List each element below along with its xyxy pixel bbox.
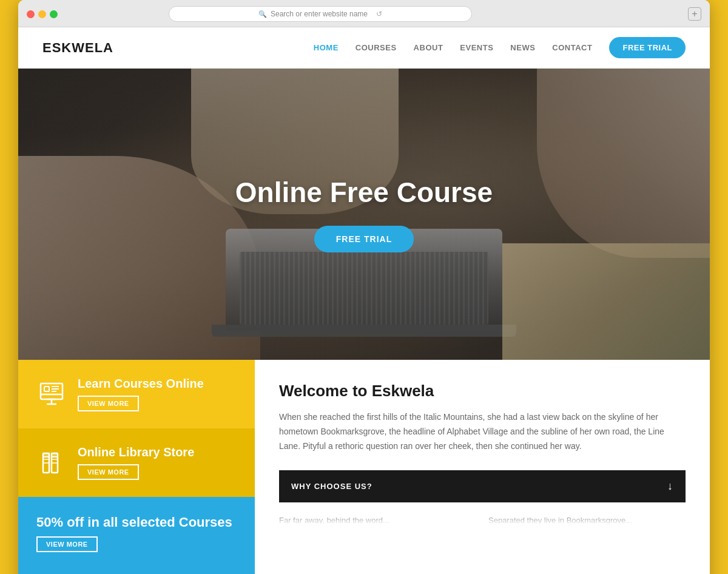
discount-content: 50% off in all selected Courses VIEW MOR…	[36, 514, 237, 552]
footer-col-2: Separated they live in Bookmarksgrove...	[488, 515, 686, 527]
nav-contact[interactable]: CONTACT	[552, 43, 592, 52]
footer-text-2: Separated they live in Bookmarksgrove...	[488, 516, 632, 525]
close-button[interactable]	[27, 10, 35, 18]
nav-news[interactable]: NEWS	[510, 43, 535, 52]
svg-rect-10	[43, 453, 49, 457]
bottom-section: Learn Courses Online VIEW MORE	[18, 360, 710, 574]
library-store-view-more[interactable]: VIEW MORE	[78, 464, 139, 480]
new-tab-button[interactable]: +	[688, 7, 701, 21]
website-content: ESKWELA HOME COURSES ABOUT EVENTS NEWS C…	[18, 27, 710, 574]
book-icon	[36, 448, 67, 478]
nav-links: HOME COURSES ABOUT EVENTS NEWS CONTACT F…	[314, 37, 686, 58]
learn-courses-card: Learn Courses Online VIEW MORE	[18, 360, 255, 428]
learn-courses-view-more[interactable]: VIEW MORE	[78, 396, 139, 411]
hero-title: Online Free Course	[235, 176, 493, 209]
welcome-text: When she reached the first hills of the …	[279, 410, 686, 453]
search-icon: 🔍	[258, 10, 267, 18]
footer-cols: Far far away, behind the word... Separat…	[279, 515, 686, 527]
discount-view-more[interactable]: VIEW MORE	[36, 536, 98, 552]
svg-rect-12	[52, 453, 58, 457]
logo: ESKWELA	[42, 40, 113, 56]
library-store-card: Online Library Store VIEW MORE	[18, 428, 255, 497]
nav-free-trial-button[interactable]: FREE TRIAL	[609, 37, 686, 58]
minimize-button[interactable]	[38, 10, 46, 18]
footer-text-1: Far far away, behind the word...	[279, 516, 389, 525]
browser-window: 🔍 Search or enter website name ↺ + ESKWE…	[18, 0, 710, 574]
discount-card: 50% off in all selected Courses VIEW MOR…	[18, 497, 255, 574]
fullscreen-button[interactable]	[50, 10, 58, 18]
monitor-icon	[36, 379, 67, 410]
nav-courses[interactable]: COURSES	[356, 43, 397, 52]
library-store-title: Online Library Store	[78, 445, 237, 459]
address-bar[interactable]: 🔍 Search or enter website name ↺	[169, 6, 472, 22]
right-content: Welcome to Eskwela When she reached the …	[255, 360, 710, 574]
why-choose-us-button[interactable]: WHY CHOOSE US? ↓	[279, 470, 686, 502]
accordion-arrow-icon: ↓	[667, 480, 673, 493]
traffic-lights	[27, 10, 58, 18]
svg-rect-5	[44, 387, 49, 391]
reload-icon[interactable]: ↺	[376, 10, 382, 18]
library-store-content: Online Library Store VIEW MORE	[78, 445, 237, 480]
hero-free-trial-button[interactable]: FREE TRIAL	[314, 226, 414, 252]
left-cards: Learn Courses Online VIEW MORE	[18, 360, 255, 574]
learn-courses-title: Learn Courses Online	[78, 377, 237, 391]
footer-col-1: Far far away, behind the word...	[279, 515, 476, 527]
browser-chrome: 🔍 Search or enter website name ↺ +	[18, 0, 710, 27]
nav-events[interactable]: EVENTS	[460, 43, 493, 52]
accordion-label: WHY CHOOSE US?	[291, 482, 372, 491]
welcome-title: Welcome to Eskwela	[279, 382, 686, 400]
nav-about[interactable]: ABOUT	[414, 43, 443, 52]
hero-section: Online Free Course FREE TRIAL	[18, 69, 710, 360]
navbar: ESKWELA HOME COURSES ABOUT EVENTS NEWS C…	[18, 27, 710, 69]
address-text: Search or enter website name	[271, 10, 368, 18]
learn-courses-content: Learn Courses Online VIEW MORE	[78, 377, 237, 411]
discount-title: 50% off in all selected Courses	[36, 514, 237, 532]
nav-home[interactable]: HOME	[314, 43, 339, 52]
